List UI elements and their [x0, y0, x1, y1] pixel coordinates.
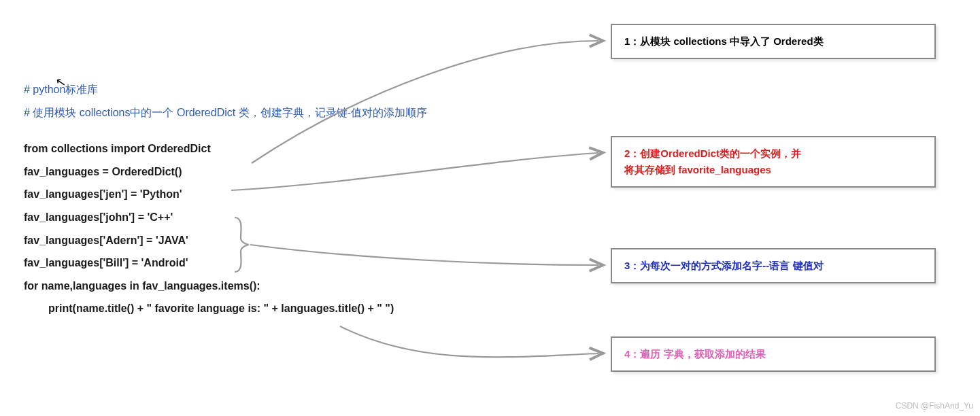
- code-line-assign-john: fav_languages['john'] = 'C++': [24, 206, 427, 229]
- arrow-4: [340, 326, 598, 357]
- code-line-print: print(name.title() + " favorite language…: [24, 297, 427, 320]
- annotation-text-2-line1: 2：创建OrderedDict类的一个实例，并: [624, 145, 922, 162]
- annotation-box-1: 1：从模块 collections 中导入了 Ordered类: [611, 24, 936, 59]
- annotation-text-3: 3：为每次一对的方式添加名字--语言 键值对: [624, 260, 824, 271]
- annotation-text-4: 4：遍历 字典，获取添加的结果: [624, 348, 766, 360]
- annotation-box-4: 4：遍历 字典，获取添加的结果: [611, 336, 936, 372]
- code-line-for: for name,languages in fav_languages.item…: [24, 275, 427, 298]
- watermark-text: CSDN @FishAnd_Yu: [896, 401, 973, 411]
- annotation-box-2: 2：创建OrderedDict类的一个实例，并 将其存储到 favorite_l…: [611, 136, 936, 188]
- comment-line-1: # python标准库: [24, 78, 427, 101]
- annotation-box-3: 3：为每次一对的方式添加名字--语言 键值对: [611, 248, 936, 283]
- code-block: # python标准库 # 使用模块 collections中的一个 Order…: [24, 78, 427, 320]
- code-line-init: fav_languages = OrderedDict(): [24, 160, 427, 184]
- code-line-assign-bill: fav_languages['Bill'] = 'Android': [24, 252, 427, 275]
- comment-line-2: # 使用模块 collections中的一个 OrderedDict 类，创建字…: [24, 101, 427, 124]
- code-line-assign-adern: fav_languages['Adern'] = 'JAVA': [24, 229, 427, 252]
- annotation-text-1: 1：从模块 collections 中导入了 Ordered类: [624, 35, 824, 47]
- code-line-assign-jen: fav_languages['jen'] = 'Python': [24, 183, 427, 206]
- annotation-text-2-line2: 将其存储到 favorite_languages: [624, 162, 922, 178]
- code-line-import: from collections import OrderedDict: [24, 137, 427, 160]
